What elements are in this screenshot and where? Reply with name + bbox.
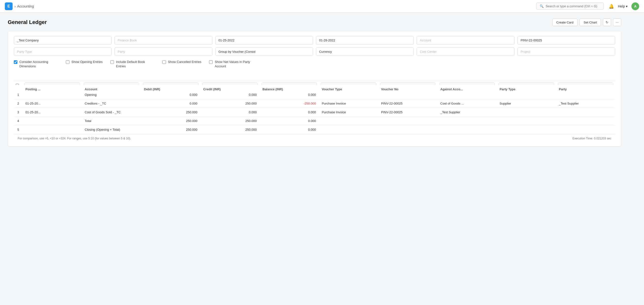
cell-voucher-no <box>378 125 438 134</box>
cell-voucher-type <box>319 125 378 134</box>
cell-party-type <box>497 117 556 125</box>
table-row: 5 Closing (Opening + Total) 250.000 250.… <box>14 125 615 134</box>
show-cancelled-checkbox[interactable] <box>162 60 166 64</box>
page-content: General Ledger Create Card Set Chart ↻ ·… <box>0 13 629 153</box>
col-header-balance: Balance (INR) <box>260 85 319 94</box>
checkbox-show-net-values[interactable]: Show Net Values in Party Account <box>209 60 253 69</box>
execution-time: Execution Time: 0.021203 sec <box>572 137 611 140</box>
show-opening-checkbox[interactable] <box>66 60 70 64</box>
cost-center-field <box>416 48 514 56</box>
checkbox-show-cancelled[interactable]: Show Cancelled Entries <box>162 60 201 64</box>
include-default-checkbox[interactable] <box>110 60 114 64</box>
cell-posting-date <box>22 117 82 125</box>
cell-voucher-type: Purchase Invoice <box>319 99 378 108</box>
search-icon: 🔍 <box>540 4 544 8</box>
page-title: General Ledger <box>8 19 47 26</box>
set-chart-button[interactable]: Set Chart <box>580 19 601 26</box>
cell-account: Closing (Opening + Total) <box>82 125 141 134</box>
cell-balance: 0.000 <box>260 125 319 134</box>
breadcrumb-module[interactable]: Accounting <box>17 4 34 8</box>
page-header: General Ledger Create Card Set Chart ↻ ·… <box>8 19 621 26</box>
cell-against-account: _Test Supplier <box>438 108 497 117</box>
cell-balance: 0.000 <box>260 108 319 117</box>
checkbox-consider-accounting[interactable]: Consider Accounting Dimensions <box>14 60 58 69</box>
col-header-row-num <box>14 85 22 94</box>
col-header-against-account: Against Acco... <box>438 85 497 94</box>
include-default-label: Include Default Book Entries <box>116 60 154 69</box>
create-card-button[interactable]: Create Card <box>552 19 578 26</box>
consider-accounting-checkbox[interactable] <box>14 60 18 64</box>
help-chevron-icon: ▾ <box>626 4 628 8</box>
breadcrumb: › Accounting <box>14 4 34 8</box>
cell-credit: 250.000 <box>200 117 260 125</box>
cell-credit: 0.000 <box>200 108 260 117</box>
show-opening-label: Show Opening Entries <box>71 60 102 64</box>
col-header-voucher-type: Voucher Type <box>319 85 378 94</box>
cell-voucher-no: PINV-22-00025 <box>378 99 438 108</box>
party-type-input[interactable] <box>14 48 112 56</box>
search-bar[interactable]: 🔍 Search or type a command (Ctrl + G) <box>536 3 604 10</box>
cell-posting-date: 01-25-20... <box>22 99 82 108</box>
group-by-field <box>215 48 313 56</box>
cell-account: Cost of Goods Sold - _TC <box>82 108 141 117</box>
account-field <box>416 36 514 45</box>
cell-debit: 250.000 <box>141 108 200 117</box>
cell-party <box>556 117 615 125</box>
table-head: Posting ... Account Debit (INR) Credit (… <box>14 72 615 91</box>
app-logo[interactable]: E <box>5 3 12 10</box>
voucher-no-input[interactable] <box>518 36 615 45</box>
show-net-values-label: Show Net Values in Party Account <box>214 60 253 69</box>
search-placeholder-text: Search or type a command (Ctrl + G) <box>546 4 597 8</box>
checkbox-show-opening[interactable]: Show Opening Entries <box>66 60 102 64</box>
col-header-debit: Debit (INR) <box>141 85 200 94</box>
table-body: 1 Opening 0.000 0.000 0.000 2 01-25-20..… <box>14 91 615 134</box>
cell-debit: 0.000 <box>141 99 200 108</box>
avatar[interactable]: A <box>632 3 639 10</box>
cell-party: _Test Supplier <box>556 99 615 108</box>
data-table: Posting ... Account Debit (INR) Credit (… <box>14 72 615 134</box>
table-row: 4 Total 250.000 250.000 0.000 <box>14 117 615 125</box>
show-net-values-checkbox[interactable] <box>209 60 213 64</box>
breadcrumb-sep: › <box>14 4 16 8</box>
cell-account: Creditors - _TC <box>82 99 141 108</box>
footer-hint: For comparison, use >5, <10 or =324. For… <box>18 137 131 140</box>
topnav: E › Accounting 🔍 Search or type a comman… <box>0 0 644 13</box>
cell-balance: -250.000 <box>260 99 319 108</box>
table-row: 2 01-25-20... Creditors - _TC 0.000 250.… <box>14 99 615 108</box>
currency-select[interactable]: Currency <box>316 48 414 56</box>
consider-accounting-label: Consider Accounting Dimensions <box>19 60 58 69</box>
help-button[interactable]: Help ▾ <box>618 4 628 8</box>
checkbox-include-default[interactable]: Include Default Book Entries <box>110 60 154 69</box>
finance-book-field <box>114 36 212 45</box>
more-options-button[interactable]: ··· <box>613 19 621 26</box>
cell-against-account <box>438 125 497 134</box>
project-input[interactable] <box>518 48 615 56</box>
cell-credit: 250.000 <box>200 99 260 108</box>
cell-voucher-no <box>378 117 438 125</box>
col-header-party-type: Party Type <box>497 85 556 94</box>
help-label: Help <box>618 4 625 8</box>
refresh-button[interactable]: ↻ <box>603 19 611 26</box>
cell-credit: 250.000 <box>200 125 260 134</box>
finance-book-input[interactable] <box>114 36 212 45</box>
date-from-input[interactable] <box>215 36 313 45</box>
cell-posting-date: 01-25-20... <box>22 108 82 117</box>
cell-balance: 0.000 <box>260 117 319 125</box>
col-header-posting-date: Posting ... <box>22 85 82 94</box>
currency-field: Currency <box>316 48 414 56</box>
company-input[interactable] <box>14 36 112 45</box>
cost-center-input[interactable] <box>416 48 514 56</box>
table-footer: For comparison, use >5, <10 or =324. For… <box>14 134 615 143</box>
notification-bell-icon[interactable]: 🔔 <box>609 4 614 9</box>
cell-account: Total <box>82 117 141 125</box>
checkbox-row: Consider Accounting Dimensions Show Open… <box>14 59 615 69</box>
show-cancelled-label: Show Cancelled Entries <box>168 60 201 64</box>
date-to-input[interactable] <box>316 36 414 45</box>
col-header-voucher-no: Voucher No <box>378 85 438 94</box>
col-header-account: Account <box>82 85 141 94</box>
cell-voucher-no: PINV-22-00025 <box>378 108 438 117</box>
party-input[interactable] <box>114 48 212 56</box>
group-by-input[interactable] <box>215 48 313 56</box>
filter-row-1 <box>14 36 615 45</box>
account-input[interactable] <box>416 36 514 45</box>
